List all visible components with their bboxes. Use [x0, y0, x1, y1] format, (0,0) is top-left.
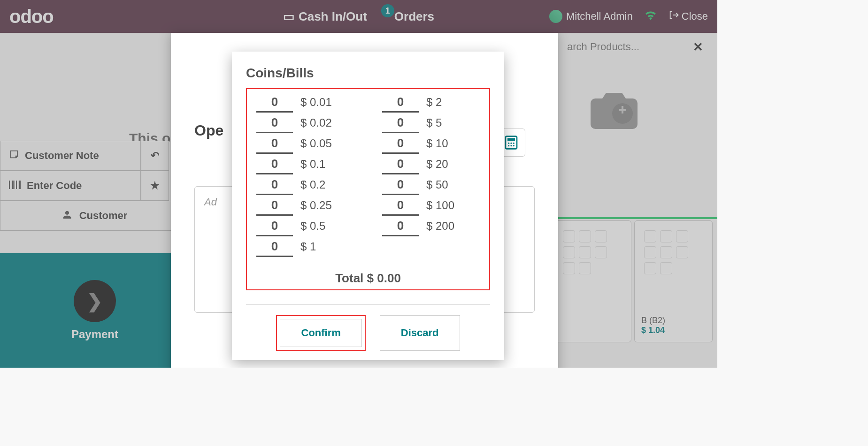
chevron-right-icon: ❯	[87, 290, 103, 312]
coin-row: $ 2	[382, 95, 480, 113]
coin-denomination-label: $ 1	[300, 240, 316, 253]
close-label: Close	[682, 10, 708, 23]
highlight-box-denominations: $ 0.01$ 0.02$ 0.05$ 0.1$ 0.2$ 0.25$ 0.5$…	[246, 88, 490, 290]
star-button[interactable]: ★	[141, 171, 169, 201]
coin-row: $ 20	[382, 157, 480, 174]
coin-count-input[interactable]	[382, 219, 419, 236]
coin-row: $ 1	[256, 239, 354, 257]
coin-row: $ 0.2	[256, 177, 354, 195]
star-icon: ★	[150, 180, 160, 192]
coin-row: $ 0.5	[256, 219, 354, 236]
coin-count-input[interactable]	[256, 95, 293, 113]
coin-row: $ 0.1	[256, 157, 354, 174]
left-panel: Customer Note ↶ Enter Code ★ Customer	[0, 141, 190, 231]
coin-count-input[interactable]	[256, 239, 293, 257]
accent-line	[558, 217, 717, 219]
coin-row: $ 10	[382, 136, 480, 154]
svg-rect-0	[9, 181, 10, 189]
coin-count-input[interactable]	[256, 157, 293, 174]
enter-code-button[interactable]: Enter Code	[0, 171, 141, 201]
customer-note-button[interactable]: Customer Note	[0, 141, 141, 171]
customer-label: Customer	[79, 210, 128, 222]
customer-button[interactable]: Customer	[0, 201, 190, 231]
refund-button[interactable]: ↶	[141, 141, 169, 171]
coin-count-input[interactable]	[256, 136, 293, 154]
svg-point-14	[513, 143, 515, 144]
coins-bills-modal: Coins/Bills $ 0.01$ 0.02$ 0.05$ 0.1$ 0.2…	[232, 52, 504, 360]
camera-plus-icon	[586, 80, 652, 136]
navbar-right: Mitchell Admin Close	[549, 10, 708, 23]
total-label: Total $ 0.00	[256, 271, 480, 286]
cash-in-out-nav[interactable]: ▭ Cash In/Out	[283, 9, 367, 24]
coin-count-input[interactable]	[256, 115, 293, 133]
coin-count-input[interactable]	[382, 198, 419, 216]
cash-label: Cash In/Out	[299, 9, 367, 24]
note-icon	[9, 149, 19, 162]
close-button[interactable]: Close	[668, 10, 708, 23]
note-placeholder: Ad	[204, 196, 217, 208]
coin-row: $ 0.01	[256, 95, 354, 113]
svg-rect-11	[507, 138, 515, 141]
coin-count-input[interactable]	[382, 95, 419, 113]
confirm-button[interactable]: Confirm	[280, 319, 361, 347]
product-card-a[interactable]	[553, 220, 631, 342]
svg-rect-5	[18, 181, 18, 189]
coin-count-input[interactable]	[382, 136, 419, 154]
orders-label: Orders	[394, 9, 434, 24]
refund-icon: ↶	[151, 150, 159, 162]
svg-point-13	[510, 143, 512, 144]
coin-denomination-label: $ 2	[426, 96, 442, 109]
coin-row: $ 50	[382, 177, 480, 195]
user-name: Mitchell Admin	[566, 10, 633, 23]
coin-count-input[interactable]	[256, 177, 293, 195]
svg-rect-4	[16, 181, 17, 189]
avatar	[549, 10, 562, 23]
coin-denomination-label: $ 0.5	[300, 219, 325, 233]
orders-badge: 1	[381, 4, 394, 17]
payment-button[interactable]: ❯ Payment	[0, 253, 190, 368]
coin-denomination-label: $ 0.01	[300, 96, 332, 109]
svg-rect-6	[19, 181, 21, 189]
search-input-partial[interactable]: arch Products...	[567, 41, 639, 53]
coin-denomination-label: $ 5	[426, 116, 442, 129]
coin-count-input[interactable]	[256, 198, 293, 216]
orders-nav[interactable]: 1 Orders	[381, 9, 434, 24]
search-row: arch Products... ✕	[553, 33, 717, 61]
cash-icon: ▭	[283, 9, 295, 24]
svg-rect-3	[15, 181, 15, 189]
highlight-box-confirm: Confirm	[276, 315, 365, 351]
svg-point-17	[513, 145, 515, 146]
user-section[interactable]: Mitchell Admin	[549, 10, 633, 23]
top-navbar: odoo ▭ Cash In/Out 1 Orders Mitchell Adm…	[0, 0, 717, 33]
product-card-1[interactable]	[586, 80, 652, 138]
barcode-icon	[9, 180, 21, 192]
svg-rect-2	[12, 181, 14, 189]
product-card-b[interactable]: B (B2) $ 1.04	[634, 220, 713, 342]
coin-row: $ 200	[382, 219, 480, 236]
odoo-logo: odoo	[9, 6, 54, 27]
coin-count-input[interactable]	[256, 219, 293, 236]
clear-search-icon[interactable]: ✕	[693, 40, 703, 54]
discard-button[interactable]: Discard	[380, 315, 460, 351]
coin-denomination-label: $ 0.25	[300, 199, 332, 212]
enter-code-label: Enter Code	[27, 180, 82, 192]
coin-denomination-label: $ 0.1	[300, 158, 325, 171]
calculator-icon	[504, 135, 519, 150]
coin-denomination-label: $ 0.05	[300, 137, 332, 150]
svg-point-16	[510, 145, 512, 146]
coin-count-input[interactable]	[382, 157, 419, 174]
payment-circle: ❯	[74, 280, 116, 322]
customer-note-label: Customer Note	[25, 150, 99, 162]
coin-row: $ 5	[382, 115, 480, 133]
coin-count-input[interactable]	[382, 177, 419, 195]
coin-count-input[interactable]	[382, 115, 419, 133]
svg-point-15	[508, 145, 509, 146]
user-icon	[62, 210, 72, 222]
coins-bills-title: Coins/Bills	[246, 66, 490, 81]
svg-rect-9	[622, 106, 623, 113]
payment-label: Payment	[71, 328, 118, 341]
product-b-name: B (B2)	[641, 316, 665, 325]
coin-denomination-label: $ 20	[426, 158, 448, 171]
coin-denomination-label: $ 200	[426, 219, 454, 233]
wifi-icon	[645, 10, 657, 23]
